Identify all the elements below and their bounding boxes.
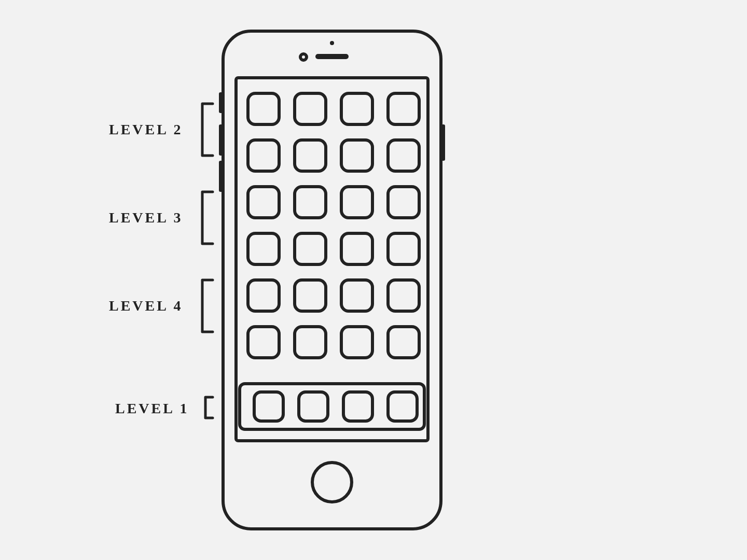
svg-rect-14 xyxy=(341,233,372,264)
bracket-level-2 xyxy=(202,104,213,156)
bracket-level-4 xyxy=(202,280,213,332)
label-level-2: LEVEL 2 xyxy=(109,121,183,138)
svg-rect-4 xyxy=(248,140,279,171)
power-button xyxy=(441,124,445,161)
svg-rect-9 xyxy=(295,187,326,218)
app-icon-grid xyxy=(248,93,419,358)
phone-illustration xyxy=(0,0,747,560)
phone-screen xyxy=(236,78,428,441)
svg-rect-27 xyxy=(388,392,417,421)
diagram-stage: LEVEL 2 LEVEL 3 LEVEL 4 LEVEL 1 xyxy=(0,0,747,560)
mute-switch xyxy=(219,92,223,113)
svg-rect-8 xyxy=(248,187,279,218)
svg-rect-15 xyxy=(388,233,419,264)
dock-icons xyxy=(254,392,417,421)
label-level-4: LEVEL 4 xyxy=(109,298,183,314)
sensor-icon xyxy=(300,54,307,60)
svg-rect-21 xyxy=(295,327,326,358)
svg-rect-26 xyxy=(343,392,372,421)
volume-down-button xyxy=(219,161,223,192)
svg-rect-16 xyxy=(248,280,279,311)
svg-rect-5 xyxy=(295,140,326,171)
svg-rect-13 xyxy=(295,233,326,264)
svg-rect-3 xyxy=(388,93,419,124)
bracket-level-3 xyxy=(202,192,213,244)
svg-rect-7 xyxy=(388,140,419,171)
bracket-level-1 xyxy=(205,397,213,418)
svg-rect-10 xyxy=(341,187,372,218)
svg-rect-20 xyxy=(248,327,279,358)
earpiece-speaker-icon xyxy=(315,54,349,59)
svg-rect-19 xyxy=(388,280,419,311)
svg-rect-0 xyxy=(248,93,279,124)
svg-rect-2 xyxy=(341,93,372,124)
label-level-1: LEVEL 1 xyxy=(115,400,189,417)
svg-rect-24 xyxy=(254,392,283,421)
svg-rect-1 xyxy=(295,93,326,124)
home-button xyxy=(312,463,352,502)
svg-rect-23 xyxy=(388,327,419,358)
volume-up-button xyxy=(219,124,223,156)
svg-rect-22 xyxy=(341,327,372,358)
label-level-3: LEVEL 3 xyxy=(109,209,183,226)
svg-rect-25 xyxy=(299,392,328,421)
svg-rect-6 xyxy=(341,140,372,171)
svg-rect-12 xyxy=(248,233,279,264)
svg-rect-11 xyxy=(388,187,419,218)
svg-rect-17 xyxy=(295,280,326,311)
front-camera-icon xyxy=(330,41,334,45)
svg-rect-18 xyxy=(341,280,372,311)
